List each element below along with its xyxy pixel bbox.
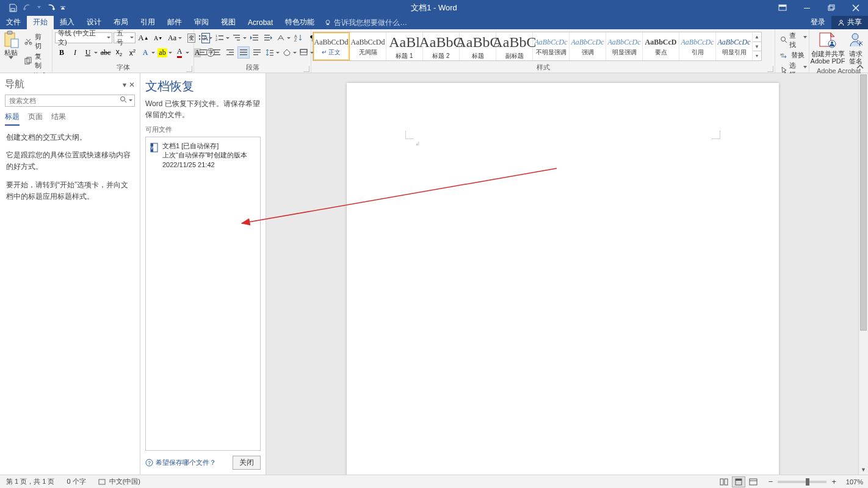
style-item-5[interactable]: AaBbC副标题 — [496, 32, 533, 60]
status-language[interactable]: 中文(中国) — [92, 477, 146, 486]
redo-icon[interactable] — [45, 2, 56, 13]
align-right-button[interactable] — [224, 46, 236, 59]
tab-mailings[interactable]: 邮件 — [161, 16, 188, 29]
nav-tab-results[interactable]: 结果 — [51, 112, 66, 126]
align-center-button[interactable] — [211, 46, 223, 59]
tab-file[interactable]: 文件 — [0, 16, 27, 29]
borders-button[interactable] — [298, 46, 314, 59]
restore-icon[interactable] — [819, 0, 844, 16]
page[interactable]: ↲ — [347, 83, 779, 475]
style-item-3[interactable]: AaBbC标题 2 — [423, 32, 460, 60]
ribbon-display-icon[interactable] — [770, 0, 795, 16]
find-button[interactable]: 查找 — [778, 30, 812, 50]
gallery-up-icon[interactable]: ▲ — [753, 32, 761, 42]
decrease-indent-button[interactable] — [248, 32, 261, 44]
web-layout-button[interactable] — [747, 476, 760, 487]
nav-search-box[interactable] — [5, 95, 135, 107]
shrink-font-button[interactable]: A▼ — [152, 32, 164, 44]
line-spacing-button[interactable] — [264, 46, 280, 59]
tab-home[interactable]: 开始 — [27, 16, 54, 29]
bold-button[interactable]: B — [56, 46, 68, 59]
share-button[interactable]: 共享 — [831, 15, 868, 30]
recovery-item[interactable]: W 文档1 [已自动保存] 上次“自动保存”时创建的版本 2022/11/25 … — [148, 140, 258, 171]
font-name-combo[interactable]: 等线 (中文正文) — [55, 32, 112, 43]
superscript-button[interactable]: x2 — [126, 46, 139, 59]
close-icon[interactable] — [844, 0, 868, 16]
align-left-button[interactable] — [197, 46, 209, 59]
zoom-slider-thumb[interactable] — [806, 478, 809, 486]
style-item-0[interactable]: AaBbCcDd↵ 正文 — [313, 32, 350, 60]
style-item-11[interactable]: AaBbCcDc明显引用 — [716, 32, 753, 60]
status-word-count[interactable]: 0 个字 — [60, 477, 92, 486]
font-launcher-icon[interactable] — [186, 66, 192, 72]
tab-acrobat[interactable]: Acrobat — [242, 16, 279, 29]
style-item-8[interactable]: AaBbCcDc明显强调 — [606, 32, 643, 60]
asian-layout-button[interactable] — [275, 32, 291, 44]
tab-references[interactable]: 引用 — [134, 16, 161, 29]
cut-button[interactable]: 剪切 — [22, 32, 49, 51]
zoom-in-button[interactable]: + — [829, 477, 839, 486]
multilevel-button[interactable] — [231, 32, 247, 44]
recovery-close-button[interactable]: 关闭 — [233, 456, 261, 470]
undo-icon[interactable] — [22, 2, 33, 13]
style-item-7[interactable]: AaBbCcDc强调 — [570, 32, 606, 60]
underline-button[interactable]: U — [82, 46, 98, 59]
gallery-more-icon[interactable]: ▾ — [753, 51, 761, 60]
gallery-down-icon[interactable]: ▼ — [753, 42, 761, 52]
paragraph-launcher-icon[interactable] — [303, 66, 309, 72]
style-item-6[interactable]: AaBbCcDc不明显强调 — [533, 32, 570, 60]
nav-close-icon[interactable]: ✕ — [129, 81, 135, 89]
zoom-control[interactable]: − + 107% — [766, 477, 868, 486]
tab-view[interactable]: 视图 — [215, 16, 242, 29]
status-page[interactable]: 第 1 页，共 1 页 — [0, 477, 60, 486]
document-area[interactable]: ↲ ▲ ▼ — [266, 73, 868, 475]
recovery-help-link[interactable]: ? 希望保存哪个文件？ — [145, 458, 216, 467]
style-item-4[interactable]: AaBbC标题 — [460, 32, 496, 60]
justify-button[interactable] — [237, 46, 250, 59]
request-signature-button[interactable]: 请求 签名 — [844, 29, 868, 66]
font-size-combo[interactable]: 五号 — [114, 32, 136, 43]
grow-font-button[interactable]: A▲ — [137, 32, 150, 44]
read-mode-button[interactable] — [717, 476, 731, 487]
italic-button[interactable]: I — [69, 46, 81, 59]
tab-design[interactable]: 设计 — [81, 16, 107, 29]
paste-button[interactable]: 粘贴 — [2, 30, 20, 59]
gallery-arrows[interactable]: ▲▼▾ — [753, 32, 761, 60]
tab-review[interactable]: 审阅 — [188, 16, 215, 29]
nav-tab-headings[interactable]: 标题 — [5, 112, 20, 126]
zoom-slider[interactable] — [778, 481, 826, 483]
nav-dropdown-icon[interactable]: ▾ — [123, 81, 126, 89]
replace-button[interactable]: ab替换 — [778, 50, 812, 60]
styles-launcher-icon[interactable] — [767, 66, 773, 72]
collapse-ribbon-icon[interactable] — [855, 63, 866, 71]
tab-layout[interactable]: 布局 — [107, 16, 134, 29]
print-layout-button[interactable] — [732, 476, 745, 487]
shading-button[interactable] — [281, 46, 297, 59]
styles-gallery[interactable]: AaBbCcDd↵ 正文AaBbCcDd无间隔AaBl标题 1AaBbC标题 2… — [313, 32, 762, 61]
scrollbar-thumb[interactable] — [860, 74, 867, 331]
search-input[interactable] — [5, 95, 135, 107]
nav-tab-pages[interactable]: 页面 — [28, 112, 43, 126]
qat-customize-icon[interactable] — [60, 2, 66, 13]
bullets-button[interactable] — [197, 32, 213, 44]
strikethrough-button[interactable]: abc — [99, 46, 112, 59]
distribute-button[interactable] — [251, 46, 263, 59]
undo-dropdown-icon[interactable] — [37, 2, 42, 13]
create-share-pdf-button[interactable]: 创建并共享 Adobe PDF — [812, 29, 844, 66]
highlight-button[interactable]: ab — [157, 46, 173, 59]
change-case-button[interactable]: Aa — [167, 32, 183, 44]
copy-button[interactable]: 复制 — [22, 51, 49, 71]
zoom-out-button[interactable]: − — [766, 477, 776, 486]
numbering-button[interactable]: 12 — [214, 32, 230, 44]
tab-features[interactable]: 特色功能 — [279, 16, 320, 29]
font-color-button[interactable]: A — [174, 46, 190, 59]
increase-indent-button[interactable] — [262, 32, 274, 44]
zoom-percent[interactable]: 107% — [841, 478, 863, 486]
sort-button[interactable]: AZ — [292, 32, 305, 44]
style-item-10[interactable]: AaBbCcDc引用 — [679, 32, 716, 60]
style-item-1[interactable]: AaBbCcDd无间隔 — [350, 32, 386, 60]
save-icon[interactable] — [7, 2, 18, 13]
login-button[interactable]: 登录 — [805, 15, 831, 30]
tab-insert[interactable]: 插入 — [54, 16, 81, 29]
subscript-button[interactable]: x2 — [113, 46, 125, 59]
